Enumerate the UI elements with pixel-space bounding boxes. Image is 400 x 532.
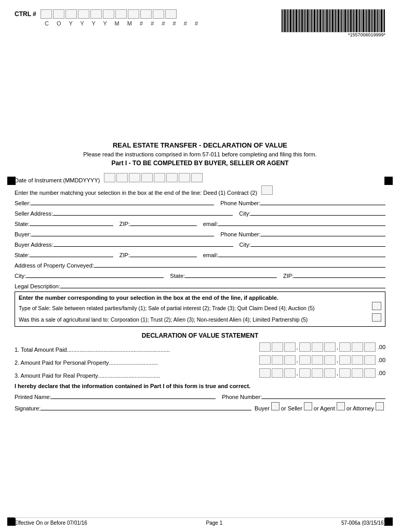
svg-rect-6 — [290, 9, 291, 32]
ctrl-box-10[interactable] — [153, 9, 164, 19]
ctrl-box-2[interactable] — [53, 9, 64, 19]
buyer-state-label: State: — [15, 252, 30, 258]
buyer-email-field[interactable] — [218, 250, 385, 257]
seller-field[interactable] — [31, 198, 214, 205]
state-field[interactable] — [185, 271, 277, 278]
type-of-sale-text: Type of Sale: Sale between related parti… — [19, 305, 370, 311]
seller-checkbox[interactable] — [304, 402, 312, 410]
ctrl-box-11[interactable] — [165, 9, 177, 19]
deed-contract-box[interactable] — [261, 185, 273, 195]
svg-rect-0 — [282, 9, 283, 32]
printed-phone-field[interactable] — [262, 392, 385, 399]
date-box-8[interactable] — [191, 173, 203, 182]
seller-phone-field[interactable] — [260, 198, 385, 205]
legal-desc-field[interactable] — [60, 281, 385, 288]
ctrl-box-6[interactable] — [103, 9, 114, 19]
type-of-sale-box[interactable] — [372, 302, 381, 310]
decl-title: DECLARATION OF VALUE STATEMENT — [15, 332, 385, 339]
amount1-box-5[interactable] — [312, 342, 323, 352]
header: CTRL # C O Y Y Y Y M M # # # # # # — [15, 9, 385, 37]
agricultural-box[interactable] — [372, 313, 381, 322]
amount3-box-3[interactable] — [284, 368, 296, 378]
amount1-box-1[interactable] — [259, 342, 271, 352]
svg-rect-14 — [301, 9, 303, 32]
buyer-row: Buyer: Phone Number: — [15, 229, 385, 237]
svg-rect-13 — [300, 9, 301, 32]
amount3-box-7[interactable] — [339, 368, 351, 378]
seller-state-field[interactable] — [30, 219, 113, 226]
ctrl-section: CTRL # C O Y Y Y Y M M # # # # # # — [15, 9, 201, 26]
amount3-box-2[interactable] — [272, 368, 283, 378]
amount1-box-3[interactable] — [284, 342, 296, 352]
buyer-field[interactable] — [31, 229, 215, 236]
svg-rect-10 — [296, 9, 297, 32]
amount3-box-6[interactable] — [324, 368, 336, 378]
barcode-text: *1557006019999* — [348, 32, 385, 37]
buyer-zip-field[interactable] — [130, 250, 197, 257]
seller-address-field[interactable] — [53, 208, 233, 216]
amount3-box-5[interactable] — [312, 368, 323, 378]
svg-rect-63 — [370, 9, 371, 32]
amount2-box-6[interactable] — [324, 355, 336, 365]
date-box-4[interactable] — [141, 173, 153, 182]
date-box-5[interactable] — [154, 173, 165, 182]
property-address-field[interactable] — [94, 260, 385, 268]
date-box-3[interactable] — [129, 173, 140, 182]
amount2-box-1[interactable] — [259, 355, 271, 365]
printed-name-field[interactable] — [51, 392, 216, 399]
amount3-box-4[interactable] — [299, 368, 311, 378]
svg-rect-42 — [341, 9, 342, 32]
svg-rect-65 — [373, 9, 374, 32]
amount1-box-4[interactable] — [299, 342, 311, 352]
agent-checkbox[interactable] — [337, 402, 345, 410]
seller-email-field[interactable] — [218, 219, 385, 226]
amount2-box-4[interactable] — [299, 355, 311, 365]
date-box-1[interactable] — [104, 173, 115, 182]
ctrl-box-5[interactable] — [90, 9, 102, 19]
seller-city-field[interactable] — [250, 208, 385, 216]
amount2-box-3[interactable] — [284, 355, 296, 365]
amount3-box-9[interactable] — [364, 368, 376, 378]
amount3-box-8[interactable] — [352, 368, 363, 378]
seller-zip-label: ZIP: — [119, 221, 130, 227]
buyer-phone-label: Phone Number: — [220, 231, 260, 237]
amount2-boxes: , , .00 — [259, 355, 385, 365]
amount2-box-2[interactable] — [272, 355, 283, 365]
signature-field[interactable] — [41, 403, 251, 410]
amount1-box-6[interactable] — [324, 342, 336, 352]
amount1-box-9[interactable] — [364, 342, 376, 352]
corner-marker-bottom-right — [384, 517, 393, 526]
city-field[interactable] — [26, 271, 164, 278]
form-title: REAL ESTATE TRANSFER - DECLARATION OF VA… — [15, 141, 385, 149]
zip-field[interactable] — [294, 271, 385, 278]
buyer-checkbox[interactable] — [271, 402, 279, 410]
amount1-box-7[interactable] — [339, 342, 351, 352]
buyer-state-field[interactable] — [30, 250, 113, 257]
amount2-box-7[interactable] — [339, 355, 351, 365]
buyer-city-field[interactable] — [251, 240, 385, 247]
date-box-2[interactable] — [116, 173, 128, 182]
date-box-6[interactable] — [166, 173, 178, 182]
ctrl-box-7[interactable] — [115, 9, 127, 19]
buyer-address-label: Buyer Address: — [15, 242, 54, 248]
amount2-box-9[interactable] — [364, 355, 376, 365]
attorney-checkbox[interactable] — [376, 402, 384, 410]
ctrl-box-1[interactable] — [41, 9, 52, 19]
buyer-phone-field[interactable] — [261, 229, 385, 236]
svg-rect-8 — [293, 9, 294, 32]
amount3-box-1[interactable] — [259, 368, 271, 378]
amount1-box-8[interactable] — [352, 342, 363, 352]
corner-marker-top-left — [7, 177, 16, 185]
ctrl-box-4[interactable] — [78, 9, 89, 19]
amount1-box-2[interactable] — [272, 342, 283, 352]
ctrl-box-3[interactable] — [65, 9, 77, 19]
amount2-box-5[interactable] — [312, 355, 323, 365]
ctrl-box-9[interactable] — [140, 9, 152, 19]
ctrl-box-8[interactable] — [128, 9, 139, 19]
date-box-7[interactable] — [179, 173, 190, 182]
buyer-state-row: State: ZIP: email: — [15, 250, 385, 258]
seller-zip-field[interactable] — [130, 219, 197, 226]
amount2-box-8[interactable] — [352, 355, 363, 365]
svg-rect-16 — [304, 9, 305, 32]
buyer-address-field[interactable] — [54, 240, 233, 247]
